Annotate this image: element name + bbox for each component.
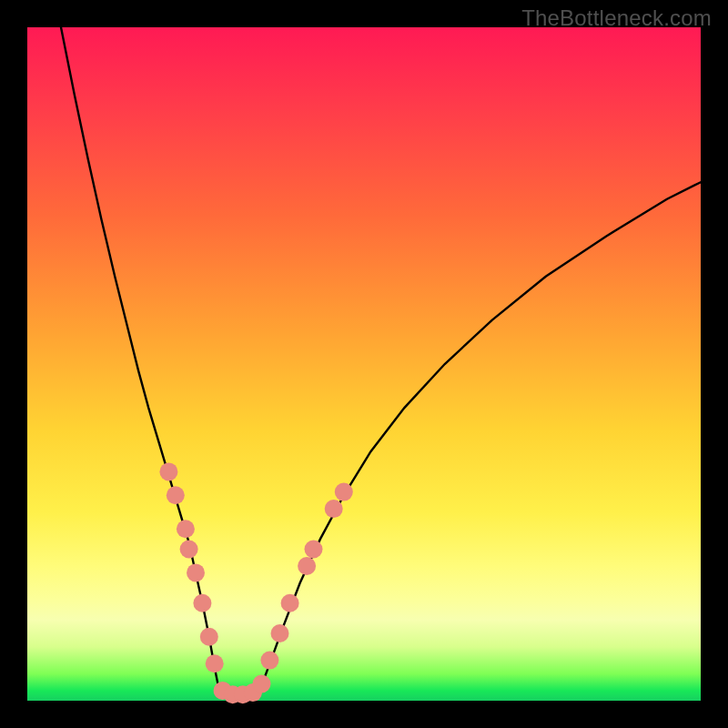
- data-marker: [260, 652, 278, 670]
- chart-svg: [27, 27, 701, 701]
- data-marker: [167, 486, 185, 504]
- bottleneck-curve: [61, 27, 701, 697]
- data-marker: [325, 500, 343, 518]
- data-marker: [180, 541, 198, 559]
- data-marker: [298, 557, 316, 575]
- data-marker: [159, 462, 177, 480]
- marker-group: [159, 462, 352, 703]
- data-marker: [271, 624, 289, 642]
- chart-frame: TheBottleneck.com: [0, 0, 728, 728]
- data-marker: [187, 563, 205, 581]
- data-marker: [305, 541, 323, 559]
- data-marker: [335, 483, 353, 501]
- plot-area: [27, 27, 701, 701]
- data-marker: [193, 594, 211, 612]
- data-marker: [206, 654, 224, 672]
- data-marker: [200, 628, 218, 646]
- data-marker: [253, 675, 271, 693]
- data-marker: [177, 520, 195, 538]
- data-marker: [281, 594, 299, 612]
